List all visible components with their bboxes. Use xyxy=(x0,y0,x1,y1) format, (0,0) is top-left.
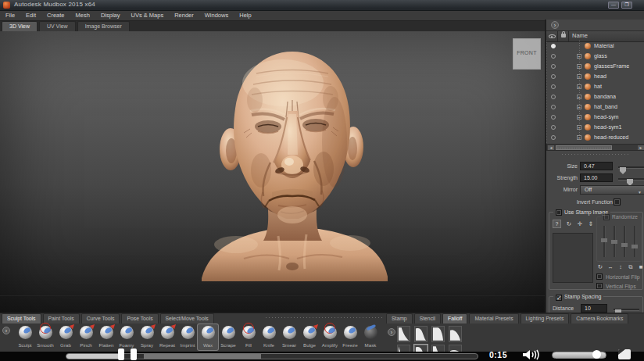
view-tab[interactable]: 3D View xyxy=(2,21,38,31)
tool-button[interactable]: Foamy xyxy=(116,324,137,350)
menu-item[interactable]: Display xyxy=(95,11,126,20)
menu-item[interactable]: Edit xyxy=(20,11,41,20)
object-list-row[interactable]: + hat_band xyxy=(547,102,644,112)
visibility-toggle[interactable] xyxy=(551,84,556,89)
object-list-row[interactable]: + head-sym1 xyxy=(547,122,644,132)
scrollbar-thumb[interactable] xyxy=(556,145,612,150)
strength-slider[interactable] xyxy=(618,178,644,180)
tool-button[interactable]: Spray xyxy=(137,324,157,350)
stamp-transform-icon[interactable]: ⧉ xyxy=(627,263,635,271)
expand-icon[interactable]: + xyxy=(577,135,581,140)
tool-tab[interactable]: Paint Tools xyxy=(43,313,80,323)
tool-button[interactable]: Mask xyxy=(360,324,381,350)
video-progress-bar[interactable] xyxy=(66,353,478,359)
falloff-preset[interactable] xyxy=(431,326,445,342)
visibility-toggle[interactable] xyxy=(551,105,556,109)
randomize-slider[interactable] xyxy=(621,226,628,257)
tool-tab[interactable]: Pose Tools xyxy=(121,313,158,323)
randomize-slider[interactable] xyxy=(610,226,618,257)
expand-icon[interactable]: + xyxy=(577,64,581,69)
visibility-toggle[interactable] xyxy=(551,135,556,140)
object-list-row[interactable]: + glassesFrame xyxy=(547,61,644,71)
stamp-transform-icon[interactable]: ■ xyxy=(637,263,644,271)
visibility-toggle[interactable] xyxy=(551,64,556,69)
vertical-flip-checkbox[interactable] xyxy=(596,283,603,289)
volume-icon[interactable] xyxy=(521,349,542,360)
object-list-row[interactable]: + Material xyxy=(547,41,644,51)
tray-tab[interactable]: Falloff xyxy=(442,313,467,323)
sculpt-bust[interactable] xyxy=(188,39,406,281)
tray-tab[interactable]: Lighting Presets xyxy=(521,313,570,323)
visibility-toggle[interactable] xyxy=(551,54,556,59)
panel-splitter-handle[interactable] xyxy=(562,153,631,155)
object-list-row[interactable]: + bandana xyxy=(547,91,644,102)
fullscreen-icon[interactable] xyxy=(618,349,631,359)
stamp-preview-box[interactable] xyxy=(553,233,593,283)
pause-icon[interactable] xyxy=(131,348,137,360)
pause-icon[interactable] xyxy=(118,348,124,360)
visibility-toggle[interactable] xyxy=(551,125,556,130)
tray-tab[interactable]: Camera Bookmarks xyxy=(571,313,628,323)
expand-icon[interactable]: + xyxy=(577,74,581,79)
randomize-checkbox[interactable] xyxy=(603,214,610,220)
falloff-preset[interactable] xyxy=(449,326,462,342)
size-slider[interactable] xyxy=(618,166,644,169)
visibility-toggle[interactable] xyxy=(551,115,556,120)
size-field[interactable]: 0.47 xyxy=(580,162,613,170)
falloff-preset[interactable] xyxy=(397,326,410,342)
tool-button[interactable]: Grab xyxy=(55,324,76,350)
falloff-preset[interactable] xyxy=(414,326,428,342)
tray-tab[interactable]: Material Presets xyxy=(469,313,518,323)
tool-button[interactable]: Repeat xyxy=(157,324,177,350)
maximize-button[interactable]: ❐ xyxy=(621,2,632,9)
tray-splitter-dots[interactable] xyxy=(266,317,383,318)
move-icon[interactable]: ✛ xyxy=(576,220,584,228)
falloff-collapse-icon[interactable]: › xyxy=(388,328,395,336)
invert-function-checkbox[interactable] xyxy=(614,198,621,206)
object-list-hscrollbar[interactable]: ◄ ► xyxy=(546,144,644,151)
tool-button[interactable]: Imprint xyxy=(177,324,198,350)
stamp-transform-icon[interactable]: ↕ xyxy=(617,263,624,271)
stamp-transform-icon[interactable]: ↻ xyxy=(596,263,604,271)
expand-icon[interactable]: + xyxy=(577,84,581,89)
tool-button[interactable]: Amplify xyxy=(320,324,340,350)
menu-item[interactable]: File xyxy=(0,11,20,20)
tray-tab[interactable]: Stamp xyxy=(386,313,413,323)
expand-icon[interactable]: + xyxy=(577,105,581,109)
tool-button[interactable]: Smooth xyxy=(35,324,55,350)
object-list-row[interactable]: + head-reduced xyxy=(547,132,644,142)
randomize-slider[interactable] xyxy=(631,226,639,257)
randomize-slider[interactable] xyxy=(600,226,608,257)
horizontal-flip-checkbox[interactable] xyxy=(596,273,603,280)
distance-slider[interactable] xyxy=(614,309,639,311)
expand-icon[interactable]: + xyxy=(577,115,581,120)
view-tab[interactable]: UV View xyxy=(39,21,76,31)
menu-item[interactable]: Help xyxy=(234,11,256,20)
expand-icon[interactable]: + xyxy=(577,125,581,130)
scroll-left-arrow-icon[interactable]: ◄ xyxy=(548,145,554,150)
scale-icon[interactable]: ⇕ xyxy=(587,220,595,228)
tool-button[interactable]: Flatten xyxy=(96,324,116,350)
tool-button[interactable]: Pinch xyxy=(76,324,96,350)
strength-field[interactable]: 15.00 xyxy=(580,173,613,182)
object-list-row[interactable]: + glass xyxy=(547,51,644,61)
expand-icon[interactable]: + xyxy=(577,54,581,59)
tool-tab[interactable]: Sculpt Tools xyxy=(2,313,41,323)
distance-field[interactable]: 10 xyxy=(581,304,607,313)
rotate-icon[interactable]: ↻ xyxy=(565,220,573,228)
tool-button[interactable]: Freeze xyxy=(340,324,360,350)
expand-icon[interactable]: + xyxy=(577,95,581,99)
tool-button[interactable]: Wax xyxy=(198,324,218,350)
help-button[interactable]: ? xyxy=(553,220,561,228)
tool-button[interactable]: Smear xyxy=(279,324,299,350)
visibility-toggle[interactable] xyxy=(551,95,556,99)
camera-image-plane[interactable]: FRONT xyxy=(513,38,541,70)
menu-item[interactable]: Mesh xyxy=(70,11,95,20)
tool-tab[interactable]: Select/Move Tools xyxy=(160,313,214,323)
use-stamp-image-checkbox[interactable] xyxy=(556,209,562,216)
object-list-row[interactable]: + head xyxy=(547,71,644,81)
visibility-toggle[interactable] xyxy=(551,74,556,79)
visibility-toggle[interactable] xyxy=(551,44,556,48)
menu-item[interactable]: UVs & Maps xyxy=(125,11,169,20)
tool-button[interactable]: Bulge xyxy=(299,324,320,350)
